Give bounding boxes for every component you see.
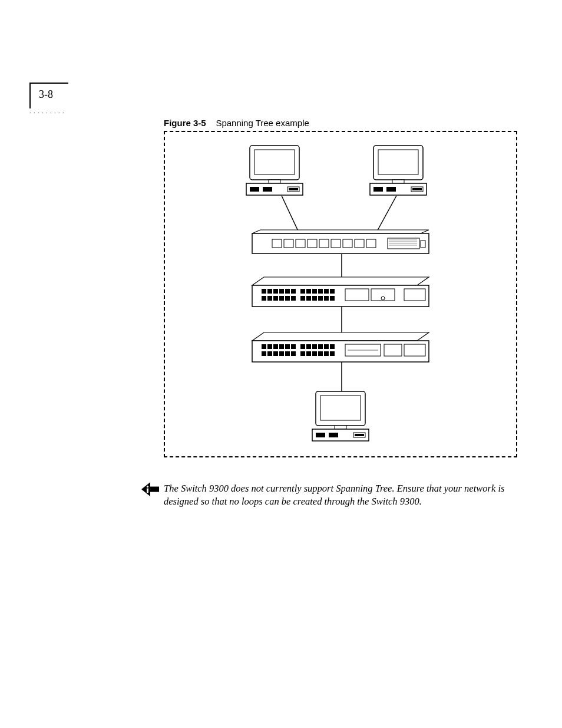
svg-rect-96 [316, 433, 325, 437]
svg-rect-50 [273, 296, 278, 301]
svg-rect-94 [335, 426, 346, 429]
svg-rect-22 [296, 239, 305, 248]
svg-rect-60 [345, 289, 369, 301]
svg-rect-41 [291, 289, 296, 294]
svg-rect-78 [267, 351, 272, 356]
svg-rect-54 [300, 296, 305, 301]
svg-rect-38 [273, 289, 278, 294]
svg-rect-39 [279, 289, 284, 294]
svg-rect-73 [312, 344, 317, 349]
svg-rect-58 [324, 296, 329, 301]
svg-point-62 [381, 297, 385, 300]
svg-rect-42 [300, 289, 305, 294]
svg-rect-25 [331, 239, 340, 248]
svg-rect-27 [355, 239, 364, 248]
svg-rect-59 [330, 296, 335, 301]
svg-rect-70 [291, 344, 296, 349]
svg-rect-84 [306, 351, 311, 356]
svg-rect-93 [320, 396, 361, 420]
svg-rect-18 [412, 188, 422, 190]
svg-rect-49 [267, 296, 272, 301]
svg-rect-16 [386, 187, 396, 192]
svg-point-101 [147, 486, 148, 487]
svg-rect-81 [285, 351, 290, 356]
svg-rect-43 [306, 289, 311, 294]
svg-rect-56 [312, 296, 317, 301]
svg-rect-91 [384, 344, 402, 356]
svg-rect-11 [289, 188, 298, 190]
svg-rect-20 [272, 239, 282, 248]
svg-rect-34 [421, 241, 425, 248]
spanning-tree-diagram [164, 131, 517, 467]
svg-rect-74 [318, 344, 323, 349]
diagram-svg [164, 131, 517, 467]
svg-rect-8 [250, 187, 259, 192]
svg-rect-5 [254, 150, 295, 174]
svg-rect-57 [318, 296, 323, 301]
svg-rect-68 [279, 344, 284, 349]
svg-rect-23 [308, 239, 317, 248]
page-number: 3-8 [39, 88, 53, 101]
note-text: The Switch 9300 does not currently suppo… [164, 482, 505, 509]
svg-rect-87 [324, 351, 329, 356]
svg-rect-55 [306, 296, 311, 301]
svg-rect-85 [312, 351, 317, 356]
figure-caption-prefix: Figure 3-5 [164, 118, 206, 128]
svg-rect-51 [279, 296, 284, 301]
page: 3-8 · · · · · · · · · Figure 3-5 Spannin… [0, 0, 562, 728]
svg-rect-36 [262, 289, 266, 294]
svg-line-1 [376, 196, 396, 233]
svg-rect-83 [300, 351, 305, 356]
svg-rect-24 [319, 239, 329, 248]
svg-line-0 [282, 196, 299, 233]
svg-rect-40 [285, 289, 290, 294]
svg-rect-53 [291, 296, 296, 301]
svg-rect-79 [273, 351, 278, 356]
svg-rect-26 [343, 239, 352, 248]
svg-rect-75 [324, 344, 329, 349]
svg-rect-44 [312, 289, 317, 294]
svg-rect-80 [279, 351, 284, 356]
svg-rect-12 [378, 150, 418, 174]
svg-rect-92 [404, 344, 425, 356]
svg-rect-15 [373, 187, 383, 192]
svg-rect-102 [147, 489, 148, 493]
svg-rect-28 [366, 239, 376, 248]
svg-rect-82 [291, 351, 296, 356]
svg-rect-35 [252, 285, 429, 307]
svg-rect-71 [300, 344, 305, 349]
svg-rect-45 [318, 289, 323, 294]
svg-rect-65 [262, 344, 266, 349]
svg-rect-88 [330, 351, 335, 356]
svg-rect-66 [267, 344, 272, 349]
info-icon [141, 482, 159, 496]
svg-rect-67 [273, 344, 278, 349]
dotted-rule: · · · · · · · · · [29, 110, 72, 116]
figure-caption: Figure 3-5 Spanning Tree example [164, 118, 309, 128]
svg-rect-37 [267, 289, 272, 294]
svg-rect-97 [329, 433, 338, 437]
svg-rect-76 [330, 344, 335, 349]
svg-rect-46 [324, 289, 329, 294]
svg-rect-69 [285, 344, 290, 349]
svg-rect-99 [355, 434, 364, 436]
svg-rect-47 [330, 289, 335, 294]
svg-rect-72 [306, 344, 311, 349]
figure-caption-text: Spanning Tree example [216, 118, 309, 128]
svg-rect-48 [262, 296, 266, 301]
svg-rect-86 [318, 351, 323, 356]
svg-rect-6 [269, 180, 280, 183]
svg-marker-100 [141, 482, 159, 496]
svg-rect-13 [392, 180, 404, 183]
svg-rect-21 [284, 239, 293, 248]
svg-rect-63 [404, 289, 425, 301]
svg-rect-77 [262, 351, 266, 356]
svg-rect-52 [285, 296, 290, 301]
svg-rect-64 [252, 341, 429, 362]
svg-rect-9 [263, 187, 272, 192]
